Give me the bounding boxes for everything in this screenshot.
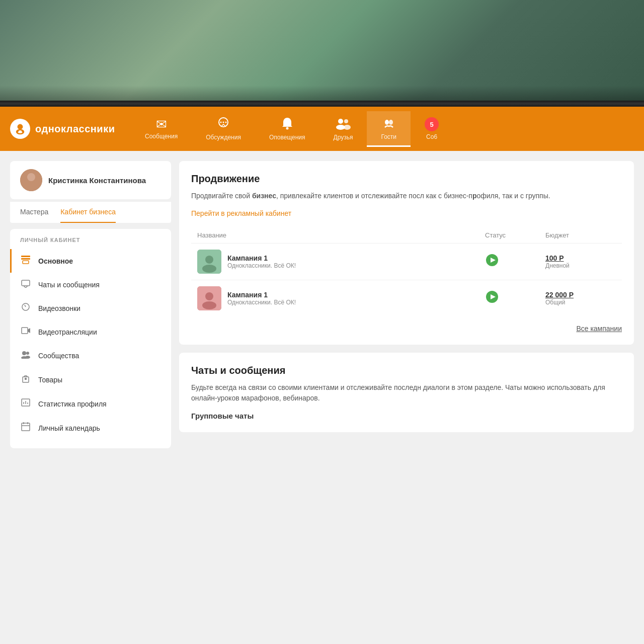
svg-point-12 (344, 125, 351, 130)
sidebar-item-chats[interactable]: Чаты и сообщения (10, 273, 171, 296)
top-blur-area (0, 0, 644, 101)
svg-point-13 (385, 120, 389, 125)
sidebar-label-calendar: Личный календарь (38, 424, 100, 432)
campaign-thumb-2 (197, 286, 221, 310)
stats-icon (20, 398, 31, 410)
svg-point-9 (338, 119, 343, 124)
nav-item-discussions[interactable]: Обсуждения (192, 112, 255, 146)
nav-label-sob: Со6 (426, 133, 437, 140)
sidebar-label-goods: Товары (38, 376, 62, 384)
budget-type-1: Дневной (545, 262, 616, 269)
header-name: Название (197, 231, 485, 239)
broadcast-icon (20, 326, 31, 338)
budget-amount-1: 100 Р (545, 254, 616, 262)
sidebar-item-calendar[interactable]: Личный календарь (10, 416, 171, 440)
campaign-info-1: Кампания 1 Одноклассники. Всё ОК! (197, 250, 485, 274)
avatar (20, 169, 42, 191)
tab-kabinet[interactable]: Кабинет бизнеса (60, 202, 116, 223)
svg-point-16 (27, 173, 35, 181)
ok-logo-icon (10, 119, 30, 139)
chats-icon (20, 279, 31, 290)
sidebar-item-broadcast[interactable]: Видеотрансляции (10, 320, 171, 344)
nav-item-notifications[interactable]: Оповещения (255, 112, 319, 146)
svg-point-14 (389, 120, 393, 125)
nav-item-messages[interactable]: ✉ Сообщения (131, 113, 192, 145)
nav-item-friends[interactable]: Друзья (319, 112, 367, 146)
svg-rect-20 (23, 261, 29, 264)
svg-point-5 (220, 122, 222, 123)
status-icon-2 (485, 290, 545, 307)
svg-point-25 (22, 351, 26, 355)
sidebar-label-chats: Чаты и сообщения (38, 281, 100, 289)
sidebar-item-stats[interactable]: Статистика профиля (10, 392, 171, 416)
main-content: Кристинка Константинова Мастера Кабинет … (0, 151, 644, 644)
nav-label-messages: Сообщения (145, 133, 178, 140)
goods-icon (20, 373, 31, 386)
user-name: Кристинка Константинова (48, 176, 146, 185)
promotion-card: Продвижение Продвигайте свой бизнес, при… (179, 161, 634, 345)
content-area: Продвижение Продвигайте свой бизнес, при… (179, 161, 634, 634)
sob-badge: 5 (425, 117, 439, 131)
svg-point-0 (18, 124, 23, 129)
tab-mastera[interactable]: Мастера (20, 202, 48, 223)
logo-area[interactable]: одноклассники (10, 119, 121, 139)
all-campaigns-link[interactable]: Все кампании (191, 325, 622, 333)
svg-point-45 (205, 292, 213, 300)
svg-point-6 (223, 122, 224, 123)
svg-point-8 (286, 127, 288, 130)
sidebar-label-videocalls: Видеозвонки (38, 304, 80, 312)
budget-type-2: Общий (545, 299, 616, 306)
header-budget: Бюджет (545, 231, 616, 239)
svg-rect-18 (21, 258, 30, 260)
chats-title: Чаты и сообщения (191, 365, 622, 376)
svg-point-40 (205, 256, 213, 264)
top-navigation: одноклассники ✉ Сообщения Обсуждения (0, 107, 644, 151)
osnovnoe-icon (20, 255, 31, 267)
campaign-name-1: Кампания 1 (227, 254, 296, 262)
nav-label-discussions: Обсуждения (206, 134, 241, 141)
svg-point-30 (25, 378, 27, 380)
ad-cabinet-link[interactable]: Перейти в рекламный кабинет (191, 209, 622, 217)
communities-icon (20, 350, 31, 361)
campaign-sub-1: Одноклассники. Всё ОК! (227, 262, 296, 269)
campaign-sub-2: Одноклассники. Всё ОК! (227, 299, 296, 306)
svg-rect-23 (22, 328, 28, 334)
chats-desc: Будьте всегда на связи со своими клиента… (191, 382, 622, 404)
device-bezel (0, 101, 644, 107)
nav-item-sob[interactable]: 5 Со6 (411, 112, 453, 145)
messages-icon: ✉ (156, 118, 167, 131)
svg-point-11 (344, 119, 348, 123)
sidebar-item-videocalls[interactable]: Видеозвонки (10, 296, 171, 320)
status-icon-1 (485, 253, 545, 270)
sidebar-item-osnovnoe[interactable]: Основное (10, 249, 171, 273)
campaign-info-2: Кампания 1 Одноклассники. Всё ОК! (197, 286, 485, 310)
svg-point-28 (25, 356, 30, 359)
sidebar-label-stats: Статистика профиля (38, 400, 107, 408)
svg-rect-35 (22, 423, 30, 431)
svg-rect-19 (21, 256, 30, 257)
header-status: Статус (485, 231, 545, 239)
group-chats-title: Групповые чаты (191, 412, 622, 420)
sidebar-item-communities[interactable]: Сообщества (10, 344, 171, 367)
calendar-icon (20, 422, 31, 434)
table-row[interactable]: Кампания 1 Одноклассники. Всё ОК! 100 Р … (191, 244, 622, 280)
videocalls-icon (20, 302, 31, 314)
nav-label-notifications: Оповещения (269, 134, 305, 141)
promotion-desc: Продвигайте свой бизнес, привлекайте кли… (191, 191, 622, 201)
user-profile-card[interactable]: Кристинка Константинова (10, 161, 171, 199)
sidebar: Кристинка Константинова Мастера Кабинет … (10, 161, 171, 634)
discussions-icon (217, 117, 230, 132)
friends-icon (335, 117, 351, 132)
profile-tabs: Мастера Кабинет бизнеса (10, 201, 171, 223)
campaign-name-2: Кампания 1 (227, 291, 296, 299)
table-row[interactable]: Кампания 1 Одноклассники. Всё ОК! 22 000… (191, 280, 622, 316)
svg-point-7 (225, 122, 227, 123)
nav-item-guests[interactable]: Гости (367, 111, 411, 147)
sidebar-item-goods[interactable]: Товары (10, 367, 171, 392)
guests-icon (382, 116, 396, 131)
notifications-icon (281, 117, 293, 132)
svg-point-46 (202, 301, 216, 309)
sidebar-menu: ЛИЧНЫЙ КАБИНЕТ Основное (10, 229, 171, 448)
site-name: одноклассники (35, 123, 115, 135)
nav-label-friends: Друзья (334, 134, 353, 141)
